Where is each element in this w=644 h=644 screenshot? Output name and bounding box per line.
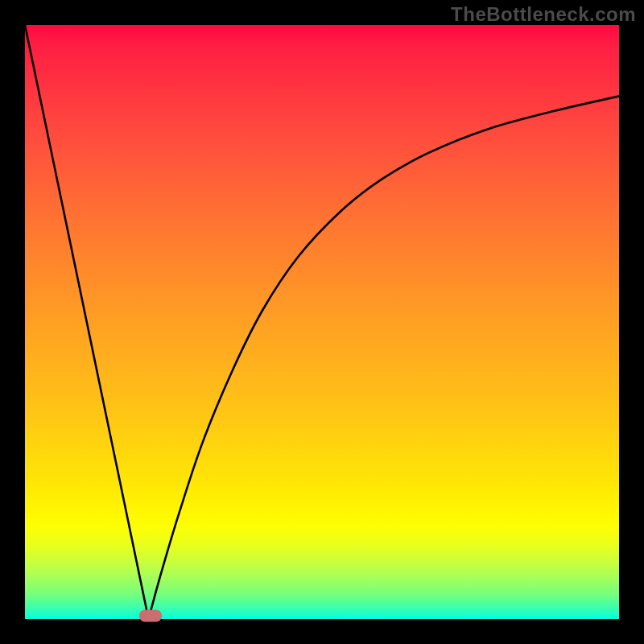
bottleneck-curve <box>25 25 619 619</box>
optimal-marker <box>139 610 162 622</box>
watermark-text: TheBottleneck.com <box>451 3 636 26</box>
curve-left-segment <box>25 25 149 619</box>
chart-frame: TheBottleneck.com <box>0 0 644 644</box>
curve-right-segment <box>149 97 620 619</box>
plot-area <box>25 25 619 619</box>
